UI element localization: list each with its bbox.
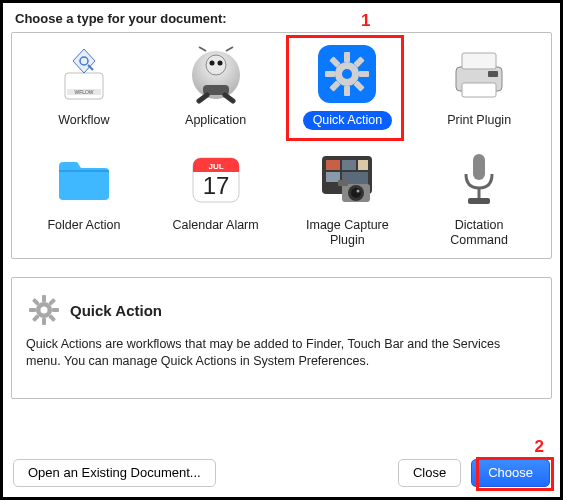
- annotation-number-2: 2: [535, 437, 544, 457]
- type-label: Dictation Command: [424, 216, 534, 250]
- svg-rect-29: [326, 172, 340, 182]
- gear-icon: [26, 292, 62, 328]
- type-label: Folder Action: [37, 216, 130, 235]
- application-icon: [185, 43, 247, 105]
- description-text: Quick Actions are workflows that may be …: [26, 336, 537, 370]
- type-label: Image Capture Plugin: [292, 216, 402, 250]
- choose-button[interactable]: Choose: [471, 459, 550, 487]
- types-panel: WFLOW Workflow: [11, 32, 552, 259]
- type-image-capture-plugin[interactable]: Image Capture Plugin: [282, 148, 414, 250]
- bottom-bar: Open an Existing Document... Close Choos…: [13, 459, 550, 487]
- svg-point-15: [342, 69, 352, 79]
- svg-rect-18: [462, 83, 496, 97]
- type-print-plugin[interactable]: Print Plugin: [413, 43, 545, 130]
- svg-rect-17: [462, 53, 496, 69]
- svg-point-41: [41, 307, 48, 314]
- calendar-icon: JUL 17: [185, 148, 247, 210]
- svg-rect-32: [338, 180, 348, 186]
- close-button[interactable]: Close: [398, 459, 461, 487]
- printer-icon: [448, 43, 510, 105]
- svg-line-10: [199, 47, 206, 51]
- svg-point-34: [351, 188, 361, 198]
- svg-rect-28: [358, 160, 368, 170]
- svg-point-8: [217, 61, 222, 66]
- type-label: Calendar Alarm: [163, 216, 269, 235]
- workflow-icon: WFLOW: [53, 43, 115, 105]
- svg-rect-27: [342, 160, 356, 170]
- type-workflow[interactable]: WFLOW Workflow: [18, 43, 150, 130]
- gear-icon: [316, 43, 378, 105]
- svg-text:JUL: JUL: [208, 162, 223, 171]
- type-dictation-command[interactable]: Dictation Command: [413, 148, 545, 250]
- description-title: Quick Action: [70, 302, 162, 319]
- svg-line-11: [226, 47, 233, 51]
- type-folder-action[interactable]: Folder Action: [18, 148, 150, 250]
- type-label: Print Plugin: [437, 111, 521, 130]
- open-existing-button[interactable]: Open an Existing Document...: [13, 459, 216, 487]
- type-label-selected: Quick Action: [303, 111, 392, 130]
- svg-rect-40: [42, 295, 46, 302]
- svg-text:WFLOW: WFLOW: [74, 89, 93, 95]
- svg-text:17: 17: [202, 172, 229, 199]
- type-quick-action[interactable]: Quick Action: [282, 43, 414, 130]
- type-label: Workflow: [48, 111, 119, 130]
- description-panel: Quick Action Quick Actions are workflows…: [11, 277, 552, 399]
- svg-point-6: [206, 55, 226, 75]
- svg-point-7: [209, 61, 214, 66]
- type-label: Application: [175, 111, 256, 130]
- microphone-icon: [448, 148, 510, 210]
- dialog-heading: Choose a type for your document:: [15, 11, 552, 26]
- svg-rect-26: [326, 160, 340, 170]
- svg-rect-19: [488, 71, 498, 77]
- folder-icon: [53, 148, 115, 210]
- camera-icon: [316, 148, 378, 210]
- svg-rect-0: [65, 73, 103, 99]
- svg-point-35: [357, 190, 360, 193]
- type-application[interactable]: Application: [150, 43, 282, 130]
- svg-rect-36: [473, 154, 485, 180]
- svg-rect-38: [468, 198, 490, 204]
- type-calendar-alarm[interactable]: JUL 17 Calendar Alarm: [150, 148, 282, 250]
- svg-rect-14: [344, 52, 350, 62]
